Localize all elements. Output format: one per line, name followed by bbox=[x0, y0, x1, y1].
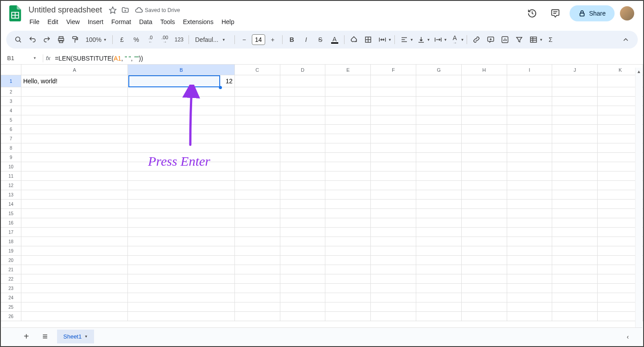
row-header[interactable]: 16 bbox=[1, 218, 21, 227]
row-header[interactable]: 18 bbox=[1, 237, 21, 246]
cell[interactable] bbox=[325, 171, 371, 180]
menu-tools[interactable]: Tools bbox=[157, 16, 179, 27]
cell[interactable] bbox=[552, 143, 598, 152]
cell[interactable] bbox=[462, 181, 507, 190]
row-header[interactable]: 9 bbox=[1, 153, 21, 162]
cell[interactable] bbox=[235, 143, 280, 152]
cell[interactable] bbox=[462, 97, 507, 106]
row-header[interactable]: 24 bbox=[1, 293, 21, 302]
cell[interactable] bbox=[462, 134, 507, 143]
row-header[interactable]: 5 bbox=[1, 115, 21, 124]
cell[interactable] bbox=[21, 228, 128, 237]
row-header[interactable]: 21 bbox=[1, 265, 21, 274]
cell[interactable] bbox=[280, 125, 326, 134]
italic-icon[interactable]: I bbox=[299, 33, 313, 46]
cell[interactable] bbox=[280, 293, 326, 302]
cell[interactable] bbox=[416, 274, 462, 283]
cell[interactable] bbox=[416, 115, 462, 124]
cell[interactable] bbox=[507, 106, 553, 115]
cell[interactable] bbox=[21, 106, 128, 115]
cell[interactable] bbox=[280, 284, 326, 293]
cell[interactable] bbox=[552, 218, 598, 227]
col-header-D[interactable]: D bbox=[280, 65, 326, 75]
cell[interactable] bbox=[507, 237, 553, 246]
merge-icon[interactable] bbox=[376, 33, 389, 46]
row-header[interactable]: 20 bbox=[1, 256, 21, 265]
cell[interactable] bbox=[280, 171, 326, 180]
cell[interactable] bbox=[280, 274, 326, 283]
cell[interactable] bbox=[507, 75, 553, 87]
cell[interactable] bbox=[416, 265, 462, 274]
cell[interactable] bbox=[507, 171, 553, 180]
cell[interactable] bbox=[507, 153, 553, 162]
cell[interactable] bbox=[325, 209, 371, 218]
cell[interactable] bbox=[462, 125, 507, 134]
row-header[interactable]: 22 bbox=[1, 274, 21, 283]
increase-decimal-icon[interactable]: .00→ bbox=[158, 33, 172, 46]
insert-chart-icon[interactable] bbox=[498, 33, 512, 46]
cell[interactable] bbox=[507, 246, 553, 255]
menu-help[interactable]: Help bbox=[218, 16, 238, 27]
row-header[interactable]: 12 bbox=[1, 181, 21, 190]
cell[interactable] bbox=[235, 190, 280, 199]
cell[interactable] bbox=[462, 75, 507, 87]
cell[interactable] bbox=[235, 246, 280, 255]
cell[interactable] bbox=[507, 218, 553, 227]
row-header[interactable]: 17 bbox=[1, 228, 21, 237]
cell[interactable] bbox=[552, 209, 598, 218]
cell[interactable] bbox=[371, 284, 416, 293]
cell[interactable] bbox=[507, 190, 553, 199]
cell[interactable] bbox=[235, 312, 280, 321]
cell[interactable] bbox=[235, 97, 280, 106]
cell[interactable] bbox=[325, 284, 371, 293]
cell[interactable] bbox=[462, 209, 507, 218]
cell[interactable] bbox=[552, 312, 598, 321]
cell[interactable] bbox=[552, 97, 598, 106]
cell[interactable] bbox=[21, 125, 128, 134]
cell[interactable] bbox=[280, 237, 326, 246]
sheets-logo[interactable] bbox=[6, 4, 24, 22]
cell[interactable] bbox=[371, 256, 416, 265]
cell[interactable]: 12 bbox=[128, 75, 234, 87]
cell[interactable] bbox=[371, 134, 416, 143]
menu-data[interactable]: Data bbox=[135, 16, 156, 27]
cell[interactable] bbox=[128, 293, 234, 302]
row-header[interactable]: 2 bbox=[1, 87, 21, 96]
cell[interactable] bbox=[280, 75, 326, 87]
cell[interactable] bbox=[235, 302, 280, 311]
cell[interactable] bbox=[325, 181, 371, 190]
cell[interactable] bbox=[416, 75, 462, 87]
cell[interactable] bbox=[128, 302, 234, 311]
cell[interactable] bbox=[462, 312, 507, 321]
strikethrough-icon[interactable]: S bbox=[314, 33, 327, 46]
cell[interactable] bbox=[416, 237, 462, 246]
cell[interactable] bbox=[128, 284, 234, 293]
cell[interactable] bbox=[552, 134, 598, 143]
cell[interactable] bbox=[235, 265, 280, 274]
spreadsheet-grid[interactable]: ABCDEFGHIJK 1Hello, world!12234567891011… bbox=[1, 65, 643, 323]
cell[interactable] bbox=[371, 153, 416, 162]
cell[interactable] bbox=[235, 209, 280, 218]
cell[interactable] bbox=[552, 293, 598, 302]
cell[interactable] bbox=[235, 274, 280, 283]
borders-icon[interactable] bbox=[361, 33, 375, 46]
add-sheet-icon[interactable]: + bbox=[20, 330, 33, 343]
cell[interactable] bbox=[280, 256, 326, 265]
cell[interactable] bbox=[21, 293, 128, 302]
cell[interactable] bbox=[325, 106, 371, 115]
cell[interactable] bbox=[462, 265, 507, 274]
font-size-input[interactable] bbox=[252, 34, 265, 45]
row-header[interactable]: 10 bbox=[1, 162, 21, 171]
col-header-A[interactable]: A bbox=[21, 65, 128, 75]
star-icon[interactable] bbox=[108, 6, 117, 15]
cell[interactable] bbox=[552, 106, 598, 115]
cell[interactable] bbox=[128, 143, 234, 152]
cell[interactable] bbox=[325, 293, 371, 302]
cell[interactable] bbox=[462, 246, 507, 255]
cell[interactable] bbox=[280, 97, 326, 106]
menu-edit[interactable]: Edit bbox=[44, 16, 62, 27]
cell[interactable] bbox=[128, 97, 234, 106]
cell[interactable] bbox=[371, 162, 416, 171]
cell[interactable] bbox=[21, 153, 128, 162]
cell[interactable] bbox=[280, 218, 326, 227]
